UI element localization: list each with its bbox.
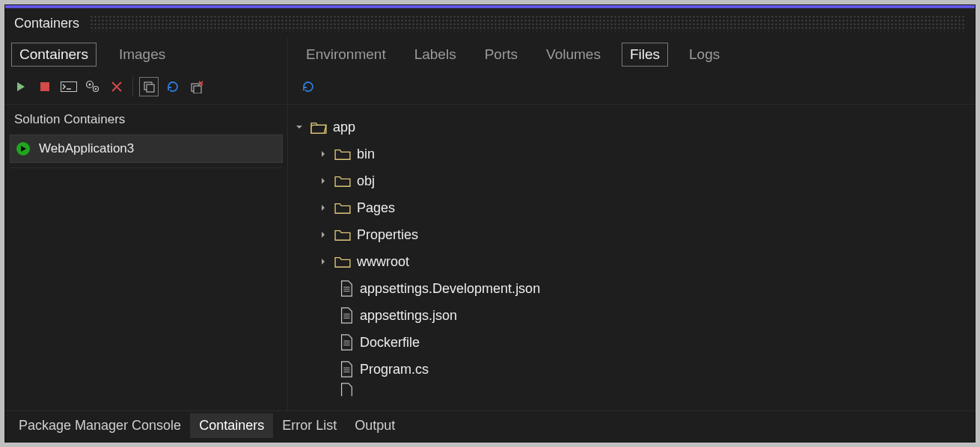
tree-file-partial[interactable] xyxy=(294,383,975,396)
container-item[interactable]: WebApplication3 xyxy=(10,135,283,163)
refresh-files-button[interactable] xyxy=(298,77,318,96)
section-label: Solution Containers xyxy=(5,105,287,135)
folder-icon xyxy=(334,201,351,215)
file-icon xyxy=(339,307,354,324)
svg-point-4 xyxy=(89,84,91,86)
tab-output[interactable]: Output xyxy=(346,413,404,438)
tree-folder[interactable]: Pages xyxy=(294,194,975,221)
tab-pmc[interactable]: Package Manager Console xyxy=(10,413,190,438)
folder-icon xyxy=(334,228,351,241)
tree-file[interactable]: Dockerfile xyxy=(294,329,975,356)
file-icon xyxy=(339,280,354,297)
tab-logs[interactable]: Logs xyxy=(682,43,727,66)
expander-closed-icon[interactable] xyxy=(318,177,328,185)
tree-label: appsettings.json xyxy=(360,308,457,324)
tree-label: bin xyxy=(357,147,375,162)
svg-rect-8 xyxy=(147,84,154,92)
tree-file[interactable]: appsettings.json xyxy=(294,302,975,329)
tree-label: wwwroot xyxy=(357,254,409,270)
tab-bottom-containers[interactable]: Containers xyxy=(190,413,273,438)
right-tabs: Environment Labels Ports Volumes Files L… xyxy=(288,38,975,74)
left-tabs: Containers Images xyxy=(5,38,287,74)
file-icon xyxy=(339,383,354,396)
tree-folder[interactable]: wwwroot xyxy=(294,248,975,275)
stop-icon xyxy=(40,81,50,92)
list-separator xyxy=(10,167,283,168)
svg-point-6 xyxy=(95,88,97,90)
file-tree[interactable]: app bin obj Pages xyxy=(288,105,975,410)
file-icon xyxy=(339,361,354,377)
remove-button[interactable] xyxy=(107,77,126,96)
folder-icon xyxy=(334,147,351,161)
tree-label: appsettings.Development.json xyxy=(360,281,540,297)
tab-images[interactable]: Images xyxy=(111,43,173,66)
file-icon xyxy=(339,334,354,351)
refresh-icon xyxy=(166,80,180,93)
prune-button[interactable] xyxy=(187,77,206,96)
tab-volumes[interactable]: Volumes xyxy=(539,43,608,66)
terminal-button[interactable] xyxy=(59,77,79,96)
play-icon xyxy=(15,81,27,93)
left-pane: Containers Images xyxy=(5,38,288,410)
tab-labels[interactable]: Labels xyxy=(407,43,464,66)
tree-folder[interactable]: bin xyxy=(294,141,975,167)
tab-errorlist[interactable]: Error List xyxy=(273,413,346,438)
stop-button[interactable] xyxy=(35,77,55,96)
panel-title: Containers xyxy=(14,16,79,31)
tree-folder-root[interactable]: app xyxy=(294,114,975,141)
tree-label: Properties xyxy=(357,227,418,243)
expander-closed-icon[interactable] xyxy=(318,258,328,265)
expander-closed-icon[interactable] xyxy=(318,231,328,238)
close-icon xyxy=(111,81,123,93)
folder-icon xyxy=(334,255,351,268)
folder-open-icon xyxy=(310,120,327,134)
settings-button[interactable] xyxy=(83,77,102,96)
stack-icon xyxy=(142,80,156,93)
expander-closed-icon[interactable] xyxy=(318,204,328,212)
show-all-button[interactable] xyxy=(139,77,159,96)
tab-containers[interactable]: Containers xyxy=(11,43,97,67)
panel-titlebar[interactable]: Containers xyxy=(5,8,975,38)
panel-body: Containers Images xyxy=(5,38,975,410)
tree-file[interactable]: Program.cs xyxy=(294,356,975,383)
tree-file[interactable]: appsettings.Development.json xyxy=(294,275,975,302)
prune-icon xyxy=(189,80,204,93)
tree-label: obj xyxy=(357,173,375,189)
expander-open-icon[interactable] xyxy=(294,123,304,131)
bottom-tabs: Package Manager Console Containers Error… xyxy=(5,410,975,440)
tree-label: Dockerfile xyxy=(360,335,420,351)
svg-rect-10 xyxy=(194,86,201,93)
right-toolbar xyxy=(288,74,975,105)
right-pane: Environment Labels Ports Volumes Files L… xyxy=(288,38,975,410)
running-status-icon xyxy=(16,142,30,155)
tree-label: Pages xyxy=(357,200,395,216)
left-toolbar xyxy=(5,74,287,105)
containers-panel: Containers Containers Images xyxy=(4,4,976,443)
terminal-icon xyxy=(61,81,77,92)
tab-files[interactable]: Files xyxy=(622,43,668,67)
tab-environment[interactable]: Environment xyxy=(298,43,393,66)
expander-closed-icon[interactable] xyxy=(318,150,328,158)
grip-dots[interactable] xyxy=(90,15,966,31)
start-button[interactable] xyxy=(11,77,31,96)
toolbar-separator xyxy=(132,77,133,96)
tree-label: app xyxy=(333,120,355,135)
refresh-button[interactable] xyxy=(163,77,183,96)
tree-label: Program.cs xyxy=(360,362,429,377)
svg-rect-1 xyxy=(61,82,77,92)
folder-icon xyxy=(334,174,351,188)
refresh-icon xyxy=(301,80,315,93)
container-name: WebApplication3 xyxy=(39,141,134,156)
tab-ports[interactable]: Ports xyxy=(477,43,525,66)
container-list: WebApplication3 xyxy=(5,135,287,168)
tree-folder[interactable]: obj xyxy=(294,167,975,194)
gears-icon xyxy=(85,80,100,93)
svg-rect-0 xyxy=(40,82,49,91)
tree-folder[interactable]: Properties xyxy=(294,221,975,248)
